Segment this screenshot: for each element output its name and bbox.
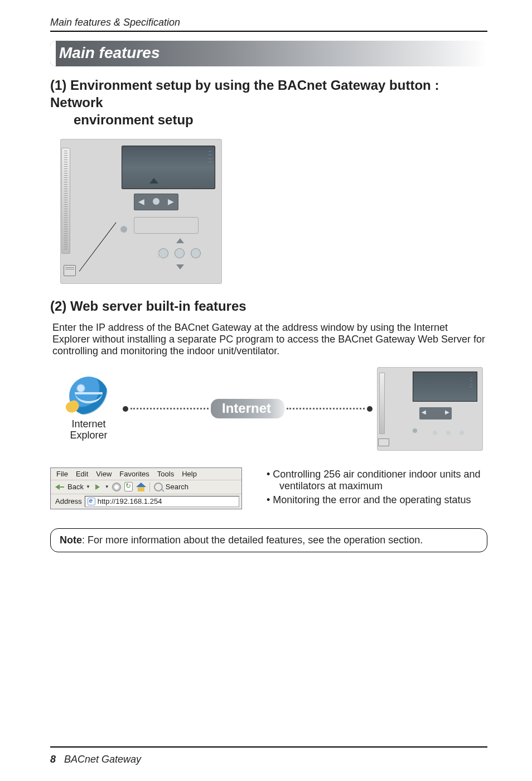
back-button-label[interactable]: Back [67,483,84,491]
page-footer: 8 BACnet Gateway [50,754,141,765]
internet-pill-label: Internet [211,399,284,418]
connector-dotted-line-right [287,408,365,409]
forward-dropdown-icon[interactable]: ▼ [105,484,109,489]
connector-dot-right [367,406,373,412]
section-2-heading: (2) Web server built-in features [50,298,487,314]
address-value: http://192.168.1.254 [98,497,162,505]
address-label: Address [53,497,84,505]
device-primary-nav [134,194,178,210]
page-number: 8 [50,754,56,765]
device-dpad: MENU/ SELECT [155,238,204,269]
device-illustration-small: ············ [377,367,483,451]
bullet-1-line1: Controlling 256 air conditioner indoor u… [273,469,480,480]
note-box: Note: For more information about the det… [50,528,487,552]
home-icon[interactable] [136,482,146,492]
section-1-line1: (1) Environment setup by using the BACne… [50,78,439,110]
toolbar-separator [149,482,150,492]
main-features-banner: Main features [50,41,487,66]
device-side-panel [61,148,70,254]
connector-dot-left [123,406,128,412]
device-lcd-screen: ············ [122,146,215,189]
bullet-1: Controlling 256 air conditioner indoor u… [264,469,481,492]
internet-diagram-row: Internet Explorer Internet ············ [50,367,487,456]
menu-favorites[interactable]: Favorites [119,470,149,478]
note-text: : For more information about the detaile… [82,534,423,546]
dpad-menu-label: MENU/ SELECT [155,252,170,258]
search-icon[interactable] [153,482,163,492]
footer-doc-title: BACnet Gateway [59,754,141,765]
menu-file[interactable]: File [56,470,68,478]
device-up-arrow-icon [149,178,158,184]
bullet-1-line2: ventilators at maximum [272,480,481,492]
ie-tool-bar: Back ▼ ▼ Search [51,480,241,494]
menu-view[interactable]: View [96,470,112,478]
menu-edit[interactable]: Edit [76,470,88,478]
ie-address-bar: Address http://192.168.1.254 [51,494,241,509]
back-arrow-icon[interactable] [55,482,65,492]
rule-bottom [50,746,487,748]
device-foot-icon [64,265,76,276]
section-1-heading: (1) Environment setup by using the BACne… [50,76,487,129]
device-status-window [134,217,199,234]
page-icon [88,498,95,505]
note-label: Note [60,534,82,546]
ie-icon-caption: Internet Explorer [70,419,107,441]
bullet-2: Monitoring the error and the operating s… [264,494,481,506]
callout-line [79,200,129,272]
back-dropdown-icon[interactable]: ▼ [86,484,90,489]
section-2-paragraph: Enter the IP address of the BACnet Gatew… [50,322,487,357]
dpad-center-icon [175,248,185,258]
ie-menu-bar: File Edit View Favorites Tools Help [51,468,241,480]
section-1-line2: environment setup [50,111,487,128]
stop-icon[interactable] [112,482,122,492]
ie-window-illustration: File Edit View Favorites Tools Help Back… [50,467,242,509]
rule-top [50,31,487,32]
ie-caption-l1: Internet [71,418,105,430]
connector-dotted-line-left [130,408,209,409]
menu-help[interactable]: Help [182,470,197,478]
refresh-icon[interactable] [124,482,134,492]
screen-indicator-text: ············ [209,150,211,164]
device-illustration: ············ MENU/ SELECT [60,139,222,284]
menu-tools[interactable]: Tools [157,470,174,478]
feature-bullets: Controlling 256 air conditioner indoor u… [264,467,481,508]
device-led-icon [120,226,127,233]
forward-arrow-icon[interactable] [93,482,103,492]
running-header: Main features & Specification [50,17,487,28]
ie-caption-l2: Explorer [70,430,107,441]
internet-explorer-icon [69,377,108,416]
dpad-right-icon [191,248,201,258]
search-button-label[interactable]: Search [166,483,188,491]
address-input[interactable]: http://192.168.1.254 [85,496,239,507]
